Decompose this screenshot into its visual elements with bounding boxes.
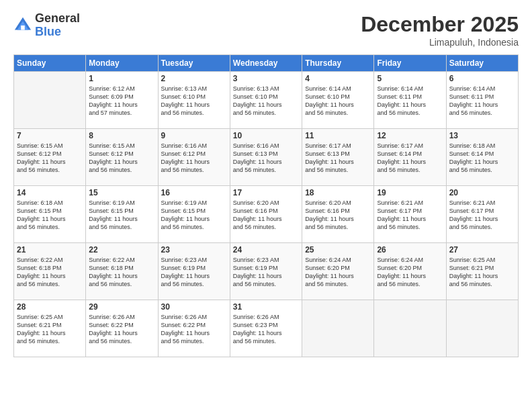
header: General Blue December 2025 Limapuluh, In… xyxy=(13,12,519,48)
day-header-sunday: Sunday xyxy=(14,55,86,72)
day-number: 2 xyxy=(161,74,227,83)
calendar-week-row: 7Sunrise: 6:15 AM Sunset: 6:12 PM Daylig… xyxy=(14,129,519,186)
day-info: Sunrise: 6:14 AM Sunset: 6:11 PM Dayligh… xyxy=(377,85,443,118)
day-info: Sunrise: 6:20 AM Sunset: 6:16 PM Dayligh… xyxy=(305,199,371,232)
day-header-thursday: Thursday xyxy=(302,55,374,72)
day-number: 28 xyxy=(17,302,83,312)
day-number: 20 xyxy=(449,188,515,197)
day-number: 3 xyxy=(233,74,299,83)
day-number: 25 xyxy=(305,245,371,255)
calendar-cell: 30Sunrise: 6:26 AM Sunset: 6:22 PM Dayli… xyxy=(158,300,230,357)
calendar-cell xyxy=(302,300,374,357)
calendar-cell: 26Sunrise: 6:24 AM Sunset: 6:20 PM Dayli… xyxy=(374,243,446,300)
calendar-cell: 14Sunrise: 6:18 AM Sunset: 6:15 PM Dayli… xyxy=(14,186,86,243)
day-number: 1 xyxy=(89,74,154,83)
day-info: Sunrise: 6:22 AM Sunset: 6:18 PM Dayligh… xyxy=(89,256,154,289)
day-number: 27 xyxy=(449,245,515,255)
day-info: Sunrise: 6:18 AM Sunset: 6:15 PM Dayligh… xyxy=(17,199,83,232)
day-info: Sunrise: 6:23 AM Sunset: 6:19 PM Dayligh… xyxy=(161,256,227,289)
day-number: 23 xyxy=(161,245,227,255)
day-info: Sunrise: 6:12 AM Sunset: 6:09 PM Dayligh… xyxy=(89,85,154,118)
day-info: Sunrise: 6:24 AM Sunset: 6:20 PM Dayligh… xyxy=(377,256,443,289)
day-info: Sunrise: 6:18 AM Sunset: 6:14 PM Dayligh… xyxy=(449,142,515,175)
calendar-cell: 11Sunrise: 6:17 AM Sunset: 6:13 PM Dayli… xyxy=(302,129,374,186)
day-number: 21 xyxy=(17,245,83,255)
calendar-cell: 6Sunrise: 6:14 AM Sunset: 6:11 PM Daylig… xyxy=(446,72,518,129)
calendar-cell: 16Sunrise: 6:19 AM Sunset: 6:15 PM Dayli… xyxy=(158,186,230,243)
calendar-cell: 9Sunrise: 6:16 AM Sunset: 6:12 PM Daylig… xyxy=(158,129,230,186)
calendar-cell: 15Sunrise: 6:19 AM Sunset: 6:15 PM Dayli… xyxy=(86,186,158,243)
day-info: Sunrise: 6:21 AM Sunset: 6:17 PM Dayligh… xyxy=(377,199,443,232)
calendar-cell: 17Sunrise: 6:20 AM Sunset: 6:16 PM Dayli… xyxy=(230,186,302,243)
day-header-saturday: Saturday xyxy=(446,55,518,72)
day-number: 8 xyxy=(89,131,154,140)
day-header-monday: Monday xyxy=(86,55,158,72)
day-info: Sunrise: 6:15 AM Sunset: 6:12 PM Dayligh… xyxy=(89,142,154,175)
calendar-cell xyxy=(374,300,446,357)
logo-blue-text: Blue xyxy=(35,26,80,39)
day-number: 13 xyxy=(449,131,515,140)
day-info: Sunrise: 6:14 AM Sunset: 6:10 PM Dayligh… xyxy=(305,85,371,118)
day-number: 29 xyxy=(89,302,154,312)
day-info: Sunrise: 6:16 AM Sunset: 6:12 PM Dayligh… xyxy=(161,142,227,175)
day-info: Sunrise: 6:26 AM Sunset: 6:22 PM Dayligh… xyxy=(161,313,227,346)
day-number: 24 xyxy=(233,245,299,255)
calendar-cell: 4Sunrise: 6:14 AM Sunset: 6:10 PM Daylig… xyxy=(302,72,374,129)
day-number: 18 xyxy=(305,188,371,197)
day-number: 14 xyxy=(17,188,83,197)
calendar-cell: 31Sunrise: 6:26 AM Sunset: 6:23 PM Dayli… xyxy=(230,300,302,357)
day-info: Sunrise: 6:22 AM Sunset: 6:18 PM Dayligh… xyxy=(17,256,83,289)
day-info: Sunrise: 6:13 AM Sunset: 6:10 PM Dayligh… xyxy=(161,85,227,118)
title-block: December 2025 Limapuluh, Indonesia xyxy=(361,12,519,48)
day-number: 9 xyxy=(161,131,227,140)
day-info: Sunrise: 6:26 AM Sunset: 6:23 PM Dayligh… xyxy=(233,313,299,346)
calendar-cell: 27Sunrise: 6:25 AM Sunset: 6:21 PM Dayli… xyxy=(446,243,518,300)
day-info: Sunrise: 6:14 AM Sunset: 6:11 PM Dayligh… xyxy=(449,85,515,118)
day-number: 11 xyxy=(305,131,371,140)
logo-text: General Blue xyxy=(35,12,80,39)
day-number: 10 xyxy=(233,131,299,140)
day-header-friday: Friday xyxy=(374,55,446,72)
calendar-cell: 3Sunrise: 6:13 AM Sunset: 6:10 PM Daylig… xyxy=(230,72,302,129)
svg-rect-2 xyxy=(21,26,25,30)
calendar-week-row: 21Sunrise: 6:22 AM Sunset: 6:18 PM Dayli… xyxy=(14,243,519,300)
day-info: Sunrise: 6:19 AM Sunset: 6:15 PM Dayligh… xyxy=(161,199,227,232)
calendar-cell: 12Sunrise: 6:17 AM Sunset: 6:14 PM Dayli… xyxy=(374,129,446,186)
page: General Blue December 2025 Limapuluh, In… xyxy=(0,0,532,411)
month-title: December 2025 xyxy=(361,12,519,37)
calendar-cell: 5Sunrise: 6:14 AM Sunset: 6:11 PM Daylig… xyxy=(374,72,446,129)
day-number: 26 xyxy=(377,245,443,255)
calendar-header-row: SundayMondayTuesdayWednesdayThursdayFrid… xyxy=(14,55,519,72)
day-info: Sunrise: 6:26 AM Sunset: 6:22 PM Dayligh… xyxy=(89,313,154,346)
calendar-cell: 10Sunrise: 6:16 AM Sunset: 6:13 PM Dayli… xyxy=(230,129,302,186)
calendar-cell: 13Sunrise: 6:18 AM Sunset: 6:14 PM Dayli… xyxy=(446,129,518,186)
day-number: 19 xyxy=(377,188,443,197)
calendar-week-row: 28Sunrise: 6:25 AM Sunset: 6:21 PM Dayli… xyxy=(14,300,519,357)
calendar-cell: 23Sunrise: 6:23 AM Sunset: 6:19 PM Dayli… xyxy=(158,243,230,300)
day-info: Sunrise: 6:13 AM Sunset: 6:10 PM Dayligh… xyxy=(233,85,299,118)
day-header-tuesday: Tuesday xyxy=(158,55,230,72)
day-number: 5 xyxy=(377,74,443,83)
calendar-cell: 2Sunrise: 6:13 AM Sunset: 6:10 PM Daylig… xyxy=(158,72,230,129)
day-info: Sunrise: 6:17 AM Sunset: 6:13 PM Dayligh… xyxy=(305,142,371,175)
day-info: Sunrise: 6:16 AM Sunset: 6:13 PM Dayligh… xyxy=(233,142,299,175)
day-info: Sunrise: 6:24 AM Sunset: 6:20 PM Dayligh… xyxy=(305,256,371,289)
day-info: Sunrise: 6:23 AM Sunset: 6:19 PM Dayligh… xyxy=(233,256,299,289)
day-number: 17 xyxy=(233,188,299,197)
day-info: Sunrise: 6:25 AM Sunset: 6:21 PM Dayligh… xyxy=(449,256,515,289)
calendar-week-row: 14Sunrise: 6:18 AM Sunset: 6:15 PM Dayli… xyxy=(14,186,519,243)
day-number: 22 xyxy=(89,245,154,255)
calendar-cell: 21Sunrise: 6:22 AM Sunset: 6:18 PM Dayli… xyxy=(14,243,86,300)
location: Limapuluh, Indonesia xyxy=(361,37,519,48)
calendar: SundayMondayTuesdayWednesdayThursdayFrid… xyxy=(13,54,519,357)
day-info: Sunrise: 6:21 AM Sunset: 6:17 PM Dayligh… xyxy=(449,199,515,232)
calendar-cell: 28Sunrise: 6:25 AM Sunset: 6:21 PM Dayli… xyxy=(14,300,86,357)
day-info: Sunrise: 6:19 AM Sunset: 6:15 PM Dayligh… xyxy=(89,199,154,232)
calendar-cell: 25Sunrise: 6:24 AM Sunset: 6:20 PM Dayli… xyxy=(302,243,374,300)
day-number: 16 xyxy=(161,188,227,197)
calendar-cell: 22Sunrise: 6:22 AM Sunset: 6:18 PM Dayli… xyxy=(86,243,158,300)
day-info: Sunrise: 6:25 AM Sunset: 6:21 PM Dayligh… xyxy=(17,313,83,346)
day-number: 31 xyxy=(233,302,299,312)
calendar-cell: 1Sunrise: 6:12 AM Sunset: 6:09 PM Daylig… xyxy=(86,72,158,129)
day-info: Sunrise: 6:17 AM Sunset: 6:14 PM Dayligh… xyxy=(377,142,443,175)
